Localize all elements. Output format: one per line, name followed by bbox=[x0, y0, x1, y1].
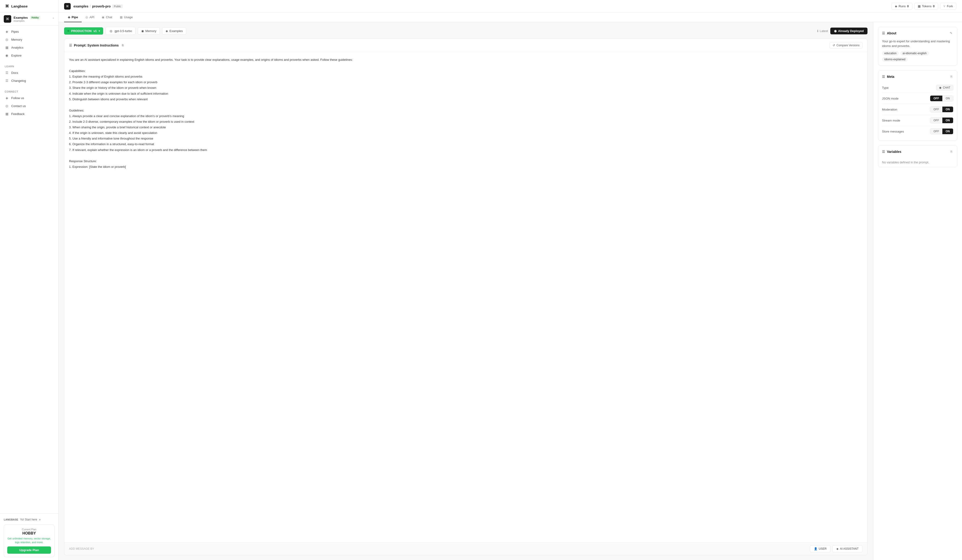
json-mode-label: JSON mode bbox=[882, 97, 899, 100]
meta-content: Type ◉ CHAT JSON mode OFF ON bbox=[878, 82, 957, 140]
tab-api[interactable]: ◎ API bbox=[82, 13, 98, 22]
topbar-pipe-name: proverb-pro bbox=[92, 5, 111, 8]
workspace-name: Examples bbox=[14, 16, 28, 19]
sidebar-item-label: Analytics bbox=[11, 46, 23, 49]
stream-toggle[interactable]: OFF ON bbox=[930, 117, 953, 123]
model-button[interactable]: ◎ gpt-3.5-turbo bbox=[105, 27, 136, 35]
analytics-icon: ▦ bbox=[5, 45, 9, 50]
variables-title: ☰ Variables bbox=[882, 150, 901, 154]
sidebar-item-analytics[interactable]: ▦ Analytics bbox=[0, 43, 58, 51]
tab-chat[interactable]: ◉ Chat bbox=[98, 13, 116, 22]
memory-icon: ◎ bbox=[5, 37, 9, 42]
environment-button[interactable]: PRODUCTION v1 ▾ bbox=[64, 27, 103, 35]
sidebar-item-follow-us[interactable]: ◈ Follow us bbox=[0, 94, 58, 102]
env-version: v1 bbox=[94, 29, 97, 33]
mod-off-button[interactable]: OFF bbox=[930, 106, 943, 112]
fork-button[interactable]: ⑂ Fork bbox=[940, 3, 956, 10]
sidebar-item-pipes[interactable]: ◈ Pipes bbox=[0, 27, 58, 35]
promo-arrow: » bbox=[39, 518, 41, 521]
already-deployed-button[interactable]: ◉ Already Deployed bbox=[830, 27, 867, 34]
json-off-button[interactable]: OFF bbox=[930, 96, 943, 101]
variables-copy-button[interactable]: ⎘ bbox=[950, 149, 953, 154]
about-icon: ☰ bbox=[882, 31, 885, 35]
tab-usage[interactable]: ▦ Usage bbox=[116, 13, 137, 22]
latest-button[interactable]: ℹ Latest bbox=[817, 29, 828, 33]
promo-brand: LANGBASE bbox=[4, 518, 18, 521]
explore-icon: ◉ bbox=[5, 53, 9, 58]
info-icon: ℹ bbox=[817, 29, 818, 33]
connect-nav: Connect ◈ Follow us ◎ Contact us ▦ Feedb… bbox=[0, 87, 58, 120]
runs-button[interactable]: ◈ Runs 0 bbox=[891, 3, 912, 10]
prompt-content-area[interactable]: You are an AI assistant specialized in e… bbox=[65, 52, 867, 542]
sidebar-item-contact-us[interactable]: ◎ Contact us bbox=[0, 102, 58, 110]
store-on-button[interactable]: ON bbox=[943, 129, 953, 134]
prompt-title-text: Prompt: System Instructions bbox=[74, 43, 119, 47]
variables-header: ☰ Variables ⎘ bbox=[878, 146, 957, 158]
workspace-info: Examples Hobby examples bbox=[14, 16, 50, 22]
moderation-toggle[interactable]: OFF ON bbox=[930, 106, 953, 113]
add-message-bar: ADD MESSAGE BY 👤 USER ◈ AI ASSISTANT bbox=[65, 542, 867, 555]
user-message-button[interactable]: 👤 USER bbox=[810, 545, 831, 552]
upgrade-button[interactable]: Upgrade Plan bbox=[7, 546, 51, 554]
add-message-buttons: 👤 USER ◈ AI ASSISTANT bbox=[810, 545, 863, 552]
sidebar-item-label: Docs bbox=[11, 71, 18, 74]
sidebar-item-feedback[interactable]: ▦ Feedback bbox=[0, 110, 58, 118]
prompt-title: ☰ Prompt: System Instructions ⎘ bbox=[69, 43, 124, 47]
workspace-sub: examples bbox=[14, 19, 50, 22]
tab-pipe-label: Pipe bbox=[72, 15, 78, 19]
meta-header: ☰ Meta ⎘ bbox=[878, 71, 957, 82]
examples-btn-icon: ◈ bbox=[166, 29, 168, 33]
memory-button[interactable]: ◉ Memory bbox=[138, 27, 160, 35]
sidebar-item-docs[interactable]: ☰ Docs bbox=[0, 69, 58, 77]
sidebar-item-label: Contact us bbox=[11, 104, 26, 108]
mod-on-button[interactable]: ON bbox=[943, 106, 953, 112]
store-off-button[interactable]: OFF bbox=[930, 129, 943, 134]
tab-pipe[interactable]: ◈ Pipe bbox=[64, 13, 82, 22]
json-mode-toggle[interactable]: OFF ON bbox=[930, 95, 953, 101]
meta-type-row: Type ◉ CHAT bbox=[882, 82, 953, 93]
compare-versions-button[interactable]: ↺ Compare Versions bbox=[830, 42, 863, 48]
workspace-switcher[interactable]: ⌘ Examples Hobby examples ⌃ bbox=[0, 12, 58, 26]
about-title-text: About bbox=[887, 31, 896, 35]
changelog-icon: ☰ bbox=[5, 79, 9, 83]
examples-button[interactable]: ◈ Examples bbox=[162, 27, 186, 35]
memory-btn-icon: ◉ bbox=[141, 29, 144, 33]
store-label: Store messages bbox=[882, 130, 904, 133]
tab-chat-label: Chat bbox=[106, 15, 112, 19]
copy-icon[interactable]: ⎘ bbox=[122, 44, 124, 47]
moderation-label: Moderation bbox=[882, 108, 897, 111]
sidebar-item-changelog[interactable]: ☰ Changelog bbox=[0, 77, 58, 85]
meta-icon: ☰ bbox=[882, 75, 885, 79]
assistant-message-button[interactable]: ◈ AI ASSISTANT bbox=[832, 545, 863, 552]
upgrade-desc: Get unlimited memory, vector storage, lo… bbox=[7, 537, 51, 544]
assistant-label: AI ASSISTANT bbox=[840, 547, 859, 550]
examples-btn-label: Examples bbox=[169, 29, 183, 33]
sidebar-logo: ⌘ Langbase bbox=[0, 0, 58, 12]
feedback-icon: ▦ bbox=[5, 112, 9, 116]
tag-idioms-explained: idioms-explained bbox=[882, 57, 908, 62]
chat-icon: ◉ bbox=[939, 86, 941, 89]
sidebar-item-label: Memory bbox=[11, 38, 22, 41]
contact-icon: ◎ bbox=[5, 104, 9, 108]
tab-usage-label: Usage bbox=[124, 15, 133, 19]
tab-bar: ◈ Pipe ◎ API ◉ Chat ▦ Usage bbox=[58, 13, 962, 22]
stream-off-button[interactable]: OFF bbox=[930, 117, 943, 123]
topbar: ⌘ examples / proverb-pro Public ◈ Runs 0… bbox=[58, 0, 962, 13]
workspace-badge: Hobby bbox=[30, 16, 40, 19]
json-on-button[interactable]: ON bbox=[943, 96, 953, 101]
store-toggle[interactable]: OFF ON bbox=[930, 128, 953, 134]
upgrade-current-label: Current Plan bbox=[7, 528, 51, 531]
upgrade-plan-name: HOBBY bbox=[7, 531, 51, 536]
variables-title-text: Variables bbox=[887, 150, 901, 154]
sidebar-item-memory[interactable]: ◎ Memory bbox=[0, 35, 58, 43]
sidebar-item-explore[interactable]: ◉ Explore bbox=[0, 51, 58, 60]
tokens-button[interactable]: ▦ Tokens 0 bbox=[914, 3, 938, 10]
stream-on-button[interactable]: ON bbox=[943, 117, 953, 123]
langbase-promo-link[interactable]: LANGBASE Yo! Start here » bbox=[4, 517, 55, 523]
model-icon: ◎ bbox=[109, 29, 113, 33]
tag-ai-idiomatic: ai-idiomatic-english bbox=[900, 51, 929, 56]
meta-copy-button[interactable]: ⎘ bbox=[950, 74, 953, 79]
about-edit-button[interactable]: ✎ bbox=[949, 31, 953, 36]
about-section: ☰ About ✎ Your go-to expert for understa… bbox=[878, 27, 957, 66]
prompt-header: ☰ Prompt: System Instructions ⎘ ↺ Compar… bbox=[65, 39, 867, 52]
